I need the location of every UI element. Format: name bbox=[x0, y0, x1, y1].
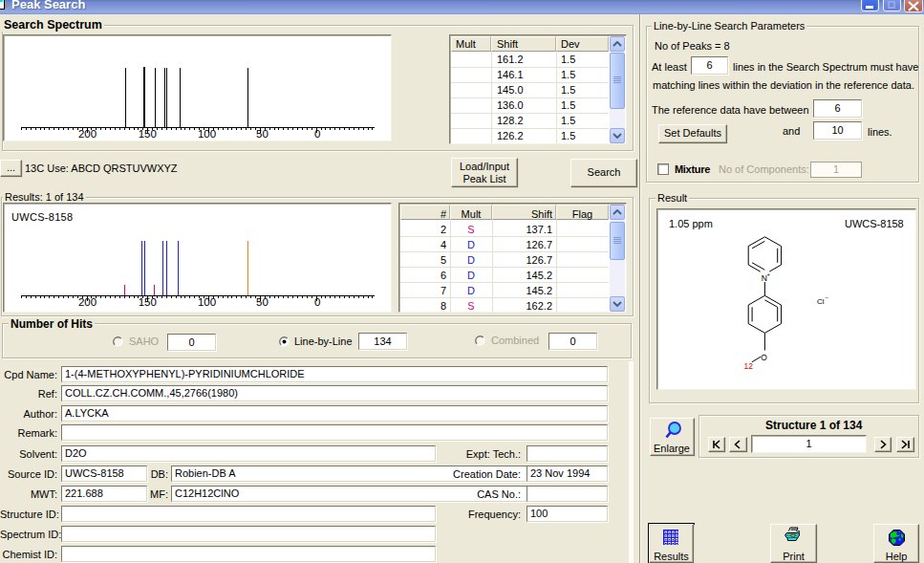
svg-text:50: 50 bbox=[256, 128, 269, 140]
svg-text:0: 0 bbox=[314, 128, 320, 140]
svg-text:0: 0 bbox=[314, 296, 320, 308]
svg-text:150: 150 bbox=[139, 128, 157, 140]
svg-text:200: 200 bbox=[78, 128, 97, 140]
svg-text:12: 12 bbox=[744, 361, 754, 371]
svg-text:100: 100 bbox=[198, 128, 216, 140]
svg-text:Cl: Cl bbox=[817, 297, 825, 306]
svg-text:O: O bbox=[761, 353, 767, 362]
svg-text:50: 50 bbox=[256, 296, 269, 308]
svg-text:150: 150 bbox=[139, 296, 157, 308]
svg-text:200: 200 bbox=[78, 296, 97, 308]
svg-text:100: 100 bbox=[198, 296, 216, 308]
svg-text:+: + bbox=[767, 271, 771, 277]
svg-text:–: – bbox=[826, 294, 829, 300]
